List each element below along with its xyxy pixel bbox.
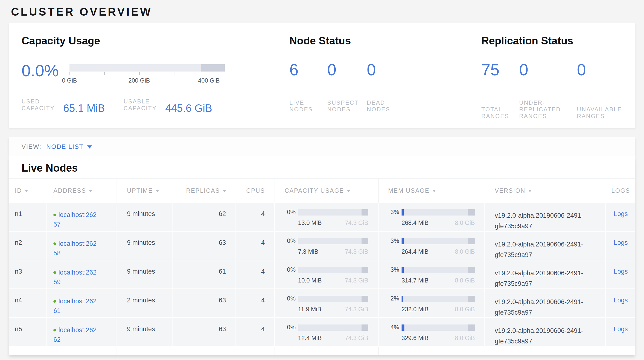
- capacity-usage-percent: 0%: [284, 295, 296, 302]
- node-logs-cell: Logs: [606, 203, 636, 232]
- node-id-cell: n4: [8, 289, 47, 318]
- column-header-logs: LOGS: [606, 178, 636, 203]
- table-header-row: IDADDRESSUPTIMEREPLICASCPUSCAPACITY USAG…: [8, 178, 636, 203]
- node-status-stat-label-col-1: SUSPECT NODES: [327, 99, 367, 113]
- capacity-usage: 0%11.9 MiB74.3 GiB: [284, 295, 368, 313]
- mem-total-value: 8.0 GiB: [455, 306, 475, 313]
- node-address-cell: localhost:26261: [47, 289, 116, 318]
- node-uptime-cell: 9 minutes: [116, 318, 173, 347]
- axis-tick-label: 200 GiB: [128, 77, 150, 84]
- column-header-mem-usage[interactable]: MEM USAGE: [378, 178, 485, 203]
- replication-stat-label-col-1: UNDER-REPLICATED RANGES: [519, 99, 577, 119]
- node-logs-link[interactable]: Logs: [614, 297, 628, 304]
- view-selector-bar: VIEW: NODE LIST: [8, 137, 636, 156]
- capacity-gauge-chart: 0 GiB200 GiB400 GiB: [70, 64, 225, 84]
- column-header-label: ADDRESS: [54, 187, 86, 194]
- capacity-usage-percent: 0%: [284, 237, 296, 244]
- node-address-link[interactable]: localhost:26261: [54, 298, 96, 314]
- sort-arrow-icon: [25, 190, 28, 192]
- node-logs-link[interactable]: Logs: [614, 239, 628, 246]
- used-capacity-label: USED CAPACITY: [22, 98, 61, 112]
- column-header-label: REPLICAS: [186, 187, 220, 194]
- mem-usage-bar-row: 3%: [388, 237, 475, 244]
- node-live-status-icon: [54, 271, 56, 274]
- node-logs-link[interactable]: Logs: [614, 210, 628, 218]
- axis-tick: [70, 72, 70, 75]
- capacity-usage-bar-other-segment: [362, 209, 368, 216]
- node-address-link[interactable]: localhost:26262: [54, 326, 96, 343]
- capacity-usage-bar-other-segment: [362, 238, 368, 244]
- column-header-address[interactable]: ADDRESS: [47, 178, 116, 203]
- node-capacity-usage-cell: 0%12.4 MiB74.3 GiB: [275, 318, 378, 347]
- view-dropdown[interactable]: NODE LIST: [46, 143, 92, 150]
- node-address-link[interactable]: localhost:26259: [54, 269, 96, 286]
- empty-cell: [236, 347, 275, 355]
- node-status-stat-value-0: 6: [290, 61, 327, 78]
- mem-usage: 3%314.7 MiB8.0 GiB: [388, 266, 475, 284]
- axis-tick: [104, 72, 105, 75]
- table-row: n1localhost:262579 minutes6240%13.0 MiB7…: [8, 203, 636, 232]
- axis-tick-label: 400 GiB: [198, 77, 220, 84]
- mem-usage-bar-other-segment: [468, 238, 475, 244]
- used-capacity-value: 65.1 MiB: [63, 103, 105, 113]
- node-version-cell: v19.2.0-alpha.20190606-2491-gfe735c9a97: [485, 203, 606, 232]
- capacity-usage-bar-row: 0%: [284, 295, 368, 302]
- capacity-usage: 0%13.0 MiB74.3 GiB: [284, 209, 368, 226]
- capacity-used-value: 10.0 MiB: [298, 277, 322, 284]
- sort-arrow-icon: [223, 190, 226, 192]
- capacity-usage-labels: 7.3 MiB74.3 GiB: [298, 248, 368, 255]
- mem-usage-labels: 232.0 MiB8.0 GiB: [402, 306, 475, 313]
- column-header-label: MEM USAGE: [388, 187, 430, 194]
- view-label: VIEW:: [22, 143, 42, 150]
- capacity-usage-labels: 10.0 MiB74.3 GiB: [298, 277, 368, 284]
- sort-arrow-icon: [528, 190, 532, 192]
- node-logs-link[interactable]: Logs: [614, 268, 628, 275]
- table-row: n4localhost:262612 minutes6340%11.9 MiB7…: [8, 289, 636, 318]
- table-row: n2localhost:262589 minutes6340%7.3 MiB74…: [8, 232, 636, 260]
- node-id-cell: n3: [8, 260, 47, 289]
- sort-arrow-icon: [347, 190, 350, 192]
- mem-used-value: 232.0 MiB: [402, 306, 428, 313]
- axis-tick-label: 0 GiB: [62, 77, 77, 84]
- sort-arrow-icon: [432, 190, 436, 192]
- node-uptime-cell: 9 minutes: [116, 232, 173, 260]
- node-cpus-cell: 4: [236, 203, 275, 232]
- capacity-usage-bar-row: 0%: [284, 237, 368, 244]
- mem-usage-bar: [402, 209, 475, 216]
- node-address-link[interactable]: localhost:26257: [54, 211, 96, 228]
- node-version-cell: v19.2.0-alpha.20190606-2491-gfe735c9a97: [485, 260, 606, 289]
- column-header-replicas[interactable]: REPLICAS: [173, 178, 236, 203]
- capacity-gauge-ticks: [70, 72, 225, 76]
- node-status-stat-label-col-2: DEAD NODES: [367, 99, 405, 113]
- usable-capacity-value: 445.6 GiB: [165, 103, 212, 113]
- node-status-stat-value-2: 0: [367, 61, 376, 78]
- mem-usage: 4%329.6 MiB8.0 GiB: [388, 324, 475, 341]
- mem-usage-labels: 268.4 MiB8.0 GiB: [402, 219, 475, 226]
- column-header-version[interactable]: VERSION: [485, 178, 606, 203]
- cluster-overview-page: CLUSTER OVERVIEW Capacity Usage 0.0% 0 G…: [0, 0, 644, 360]
- mem-total-value: 8.0 GiB: [455, 219, 475, 226]
- node-uptime-cell: 2 minutes: [116, 289, 173, 318]
- replication-stat-label-0: TOTAL RANGES: [481, 106, 519, 119]
- view-dropdown-selected: NODE LIST: [46, 143, 84, 150]
- mem-usage: 2%232.0 MiB8.0 GiB: [388, 295, 475, 313]
- capacity-usage-bar-row: 0%: [284, 209, 368, 216]
- capacity-usage-bar: [298, 267, 368, 273]
- capacity-total-value: 74.3 GiB: [345, 306, 368, 313]
- capacity-usage-heading: Capacity Usage: [22, 35, 290, 47]
- node-address-link[interactable]: localhost:26258: [54, 240, 96, 257]
- replication-stat-value-0: 75: [481, 61, 519, 78]
- chevron-down-icon: [87, 145, 92, 148]
- column-header-id[interactable]: ID: [8, 178, 47, 203]
- replication-stat-value-1: 0: [519, 61, 577, 78]
- mem-used-value: 329.6 MiB: [402, 334, 428, 341]
- node-logs-link[interactable]: Logs: [614, 325, 628, 333]
- node-id-cell: n1: [8, 203, 47, 232]
- mem-usage-bar-fill: [402, 296, 403, 302]
- column-header-uptime[interactable]: UPTIME: [116, 178, 173, 203]
- replication-status-section: Replication Status 7500 TOTAL RANGESUNDE…: [481, 35, 636, 128]
- page-title: CLUSTER OVERVIEW: [11, 5, 152, 18]
- node-address-cell: localhost:26257: [47, 203, 116, 232]
- mem-usage: 3%268.4 MiB8.0 GiB: [388, 209, 475, 226]
- column-header-capacity-usage[interactable]: CAPACITY USAGE: [275, 178, 378, 203]
